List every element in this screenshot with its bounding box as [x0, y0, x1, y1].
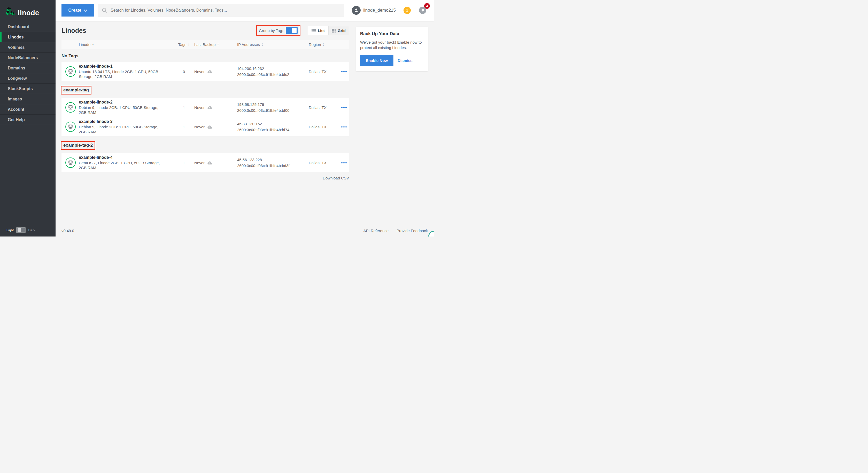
username[interactable]: linode_demo215	[363, 8, 396, 13]
sort-icon: ▲▼	[188, 43, 190, 45]
sidebar-item-dashboard[interactable]: Dashboard	[0, 22, 56, 32]
sidebar-item-account[interactable]: Account	[0, 104, 56, 115]
create-button[interactable]: Create	[61, 4, 94, 16]
tags-count-link[interactable]: 1	[183, 105, 185, 110]
list-view-label: List	[318, 28, 325, 33]
ipv6-address[interactable]: 2600:3c00::f03c:91ff:fe4b:bf74	[237, 127, 309, 133]
linode-name-link[interactable]: example-linode-2	[79, 100, 167, 105]
sidebar-item-nodebalancers[interactable]: NodeBalancers	[0, 53, 56, 63]
ipv6-address[interactable]: 2600:3c00::f03c:91ff:fe4b:bf00	[237, 107, 309, 113]
theme-dark-label: Dark	[28, 228, 35, 232]
create-button-label: Create	[68, 8, 82, 13]
annotation-box-group-by-tag: Group by Tag:	[256, 25, 301, 36]
column-header-linode[interactable]: Linode ▼	[61, 42, 174, 47]
bell-badge: 4	[424, 3, 430, 9]
last-backup-value: Never	[194, 105, 205, 110]
theme-toggle[interactable]	[16, 227, 26, 233]
user-cluster: linode_demo215 1 4	[352, 6, 426, 15]
row-actions-menu[interactable]	[341, 107, 349, 108]
cloud-upload-icon	[207, 125, 213, 129]
sidebar-item-stackscripts[interactable]: StackScripts	[0, 83, 56, 94]
region-value: Dallas, TX	[309, 105, 341, 110]
linode-entity-icon	[65, 102, 76, 112]
cloud-upload-icon	[207, 161, 213, 165]
logo-wordmark: linode	[18, 9, 39, 17]
cloud-upload-icon	[207, 105, 213, 109]
grid-view-label: Grid	[338, 28, 346, 33]
sort-icon: ▲▼	[217, 43, 219, 45]
linode-name-link[interactable]: example-linode-1	[79, 64, 167, 69]
backup-card-title: Back Up Your Data	[360, 31, 424, 36]
ipv4-address[interactable]: 198.58.125.179	[237, 101, 309, 107]
chevron-down-icon	[84, 9, 87, 12]
provide-feedback-link[interactable]: Provide Feedback	[397, 229, 428, 233]
ipv6-address[interactable]: 2600:3c00::f03c:91ff:fe4b:bd3f	[237, 163, 309, 169]
tags-count-link[interactable]: 1	[183, 161, 185, 165]
linode-specs: Debian 9, Linode 2GB: 1 CPU, 50GB Storag…	[79, 125, 167, 134]
linode-name-link[interactable]: example-linode-4	[79, 155, 167, 160]
ipv4-address[interactable]: 45.56.123.228	[237, 157, 309, 163]
search-input[interactable]	[111, 8, 340, 13]
main-area: Linodes Group by Tag: List Grid	[56, 21, 434, 236]
sidebar-item-linodes[interactable]: Linodes	[0, 32, 56, 42]
column-header-last-backup[interactable]: Last Backup ▲▼	[194, 42, 237, 47]
tag-group-example-tag: example-tag example-linode-2 Debian 9, L…	[61, 81, 349, 136]
row-actions-menu[interactable]	[341, 71, 349, 72]
theme-toggle-row: Light Dark	[6, 227, 35, 233]
chat-widget-peek[interactable]	[428, 231, 434, 236]
server-icon	[67, 68, 74, 75]
tag-group-example-tag-2: example-tag-2 example-linode-4 CentOS 7,…	[61, 136, 349, 172]
group-heading-example-tag: example-tag	[61, 86, 91, 95]
linode-logo[interactable]: linode	[0, 0, 56, 21]
cloud-upload-icon	[207, 69, 213, 74]
dismiss-link[interactable]: Dismiss	[398, 58, 412, 63]
theme-toggle-knob	[18, 228, 21, 232]
tags-count-link[interactable]: 1	[183, 125, 185, 129]
column-header-ip-addresses[interactable]: IP Addresses ▲▼	[237, 42, 309, 47]
sidebar-item-get-help[interactable]: Get Help	[0, 115, 56, 125]
search-bar	[98, 4, 344, 17]
linode-specs: CentOS 7, Linode 2GB: 1 CPU, 50GB Storag…	[79, 160, 167, 170]
tags-count: 0	[183, 69, 185, 74]
column-header-region[interactable]: Region ▲▼	[309, 42, 341, 47]
notification-count-badge[interactable]: 1	[404, 7, 411, 14]
linode-specs: Ubuntu 18.04 LTS, Linode 2GB: 1 CPU, 50G…	[79, 69, 167, 79]
version-label: v0.49.0	[61, 229, 74, 233]
sort-icon: ▲▼	[323, 43, 324, 45]
linode-entity-icon	[65, 122, 76, 132]
ipv4-address[interactable]: 45.33.120.152	[237, 121, 309, 127]
table-row: example-linode-4 CentOS 7, Linode 2GB: 1…	[61, 153, 349, 172]
column-header-tags[interactable]: Tags ▲▼	[174, 42, 194, 47]
enable-now-button[interactable]: Enable Now	[360, 55, 394, 66]
region-value: Dallas, TX	[309, 161, 341, 165]
sidebar-item-domains[interactable]: Domains	[0, 63, 56, 73]
download-csv-link[interactable]: Download CSV	[61, 176, 349, 180]
sort-desc-icon: ▼	[92, 43, 94, 46]
region-value: Dallas, TX	[309, 69, 341, 74]
server-icon	[67, 124, 74, 130]
grid-icon	[332, 29, 336, 33]
avatar[interactable]	[352, 6, 361, 15]
group-by-tag-label: Group by Tag:	[259, 28, 283, 33]
row-actions-menu[interactable]	[341, 126, 349, 128]
ipv6-address[interactable]: 2600:3c00::f03c:91ff:fe4b:bfc2	[237, 71, 309, 77]
sidebar-item-images[interactable]: Images	[0, 94, 56, 104]
grid-view-button[interactable]: Grid	[328, 26, 349, 35]
sidebar: linode Dashboard Linodes Volumes NodeBal…	[0, 0, 56, 236]
group-by-tag-knob	[292, 28, 297, 33]
group-by-tag-toggle[interactable]	[286, 27, 298, 34]
linode-entity-icon	[65, 66, 76, 77]
last-backup-value: Never	[194, 161, 205, 165]
sidebar-item-longview[interactable]: Longview	[0, 73, 56, 83]
row-actions-menu[interactable]	[341, 162, 349, 163]
last-backup-value: Never	[194, 69, 205, 74]
sidebar-item-volumes[interactable]: Volumes	[0, 42, 56, 53]
server-icon	[67, 159, 74, 166]
linode-name-link[interactable]: example-linode-3	[79, 119, 167, 124]
api-reference-link[interactable]: API Reference	[364, 229, 389, 233]
topbar: Create linode_demo215 1 4	[56, 0, 434, 21]
linode-specs: Debian 9, Linode 2GB: 1 CPU, 50GB Storag…	[79, 105, 167, 115]
list-view-button[interactable]: List	[308, 26, 328, 35]
page-title: Linodes	[61, 27, 86, 34]
ipv4-address[interactable]: 104.200.16.232	[237, 66, 309, 71]
